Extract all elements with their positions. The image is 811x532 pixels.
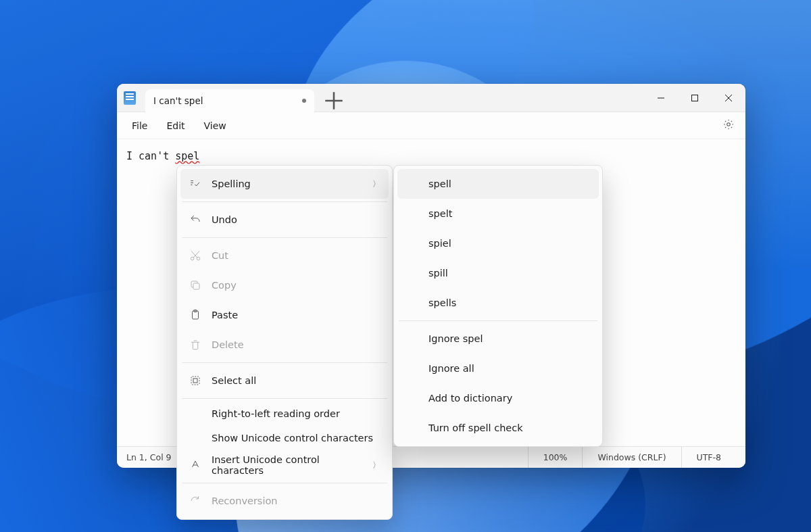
suggestion-item[interactable]: spill xyxy=(397,258,599,288)
ctx-select-all[interactable]: Select all xyxy=(180,366,389,395)
ctx-show-unicode[interactable]: Show Unicode control characters xyxy=(180,426,389,450)
cut-icon xyxy=(189,249,202,262)
menu-view[interactable]: View xyxy=(196,116,235,135)
ctx-copy: Copy xyxy=(180,270,389,300)
new-tab-button[interactable] xyxy=(322,89,345,112)
notepad-app-icon xyxy=(124,91,136,105)
separator xyxy=(182,483,387,483)
menu-edit[interactable]: Edit xyxy=(158,116,193,135)
suggestion-item[interactable]: spells xyxy=(397,288,599,318)
copy-icon xyxy=(189,279,202,291)
separator xyxy=(182,237,387,238)
tab-title: I can't spel xyxy=(153,95,203,106)
ignore-all[interactable]: Ignore all xyxy=(397,354,599,383)
spelling-icon xyxy=(189,178,202,190)
separator xyxy=(399,320,597,321)
status-zoom[interactable]: 100% xyxy=(528,447,583,468)
svg-point-1 xyxy=(727,123,731,126)
ctx-paste[interactable]: Paste xyxy=(180,300,389,330)
spelling-submenu: spell spelt spiel spill spells Ignore sp… xyxy=(393,165,603,447)
minimize-button[interactable] xyxy=(644,84,678,112)
suggestion-item[interactable]: spelt xyxy=(397,199,599,228)
close-button[interactable] xyxy=(712,84,745,112)
select-all-icon xyxy=(189,374,202,387)
reconversion-icon xyxy=(189,495,202,507)
context-menu: Spelling 〉 Undo Cut Copy Paste Delete xyxy=(176,165,393,520)
ctx-spelling[interactable]: Spelling 〉 xyxy=(180,169,389,199)
ctx-insert-unicode[interactable]: Insert Unicode control characters 〉 xyxy=(180,450,389,480)
ctx-undo[interactable]: Undo xyxy=(180,205,389,235)
menubar: File Edit View xyxy=(117,112,745,139)
chevron-right-icon: 〉 xyxy=(372,178,380,190)
turn-off-spellcheck[interactable]: Turn off spell check xyxy=(397,413,599,443)
svg-rect-4 xyxy=(193,283,199,289)
separator xyxy=(182,398,387,399)
gear-icon xyxy=(722,118,735,130)
insert-icon xyxy=(189,459,202,471)
ctx-delete: Delete xyxy=(180,330,389,360)
editor-text-prefix: I can't xyxy=(126,150,175,162)
status-line-ending[interactable]: Windows (CRLF) xyxy=(582,447,681,468)
document-tab[interactable]: I can't spel xyxy=(145,89,314,112)
maximize-button[interactable] xyxy=(678,84,712,112)
svg-rect-8 xyxy=(193,379,197,383)
chevron-right-icon: 〉 xyxy=(372,460,380,471)
delete-icon xyxy=(189,339,202,351)
separator xyxy=(182,362,387,363)
svg-point-3 xyxy=(197,257,200,260)
ctx-reconversion: Reconversion xyxy=(180,486,389,516)
paste-icon xyxy=(189,309,202,321)
ctx-cut: Cut xyxy=(180,241,389,270)
suggestion-item[interactable]: spell xyxy=(397,169,599,199)
svg-rect-0 xyxy=(692,95,698,101)
window-controls xyxy=(644,84,745,112)
undo-icon xyxy=(189,214,202,226)
status-cursor-position: Ln 1, Col 9 xyxy=(126,452,172,462)
suggestion-item[interactable]: spiel xyxy=(397,228,599,258)
menu-file[interactable]: File xyxy=(124,116,155,135)
settings-button[interactable] xyxy=(718,114,739,137)
separator xyxy=(182,201,387,202)
ignore-once[interactable]: Ignore spel xyxy=(397,324,599,354)
svg-point-2 xyxy=(191,257,194,260)
misspelled-word: spel xyxy=(175,150,199,162)
unsaved-indicator-icon xyxy=(302,99,306,103)
ctx-rtl-reading[interactable]: Right-to-left reading order xyxy=(180,402,389,426)
titlebar: I can't spel xyxy=(117,84,745,112)
svg-rect-7 xyxy=(191,377,199,385)
status-encoding[interactable]: UTF-8 xyxy=(681,447,736,468)
add-to-dictionary[interactable]: Add to dictionary xyxy=(397,383,599,413)
